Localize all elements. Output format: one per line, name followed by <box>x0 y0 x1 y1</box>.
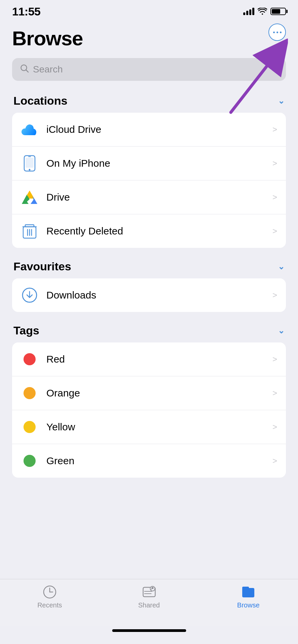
search-placeholder: Search <box>33 64 63 75</box>
downloads-label: Downloads <box>46 289 272 301</box>
downloads-chevron-icon: > <box>272 290 277 300</box>
status-bar: 11:55 <box>0 0 298 20</box>
tag-yellow-icon <box>21 418 38 436</box>
tag-green-icon <box>21 452 38 470</box>
browse-icon <box>239 585 257 599</box>
google-drive-icon <box>21 189 38 206</box>
phone-frame: 11:55 <box>0 0 298 644</box>
recently-deleted-chevron-icon: > <box>272 226 277 236</box>
tab-browse[interactable]: Browse <box>199 585 298 609</box>
svg-rect-28 <box>242 588 254 597</box>
tag-red-label: Red <box>46 354 272 365</box>
more-dots-icon <box>273 32 282 33</box>
recently-deleted-icon <box>21 222 38 240</box>
header: Browse <box>0 20 298 50</box>
svg-rect-29 <box>242 587 249 589</box>
icloud-drive-label: iCloud Drive <box>46 124 272 135</box>
page-title: Browse <box>12 27 286 50</box>
main-content: Locations ⌄ <box>0 94 298 579</box>
icloud-drive-icon <box>21 121 38 138</box>
more-button[interactable] <box>268 23 286 41</box>
locations-list: iCloud Drive > On My iPhone > <box>12 113 286 248</box>
recently-deleted-label: Recently Deleted <box>46 225 272 237</box>
wifi-icon <box>258 8 267 15</box>
list-item[interactable]: On My iPhone > <box>12 147 286 180</box>
tab-recents[interactable]: Recents <box>0 585 99 609</box>
tags-section: Tags ⌄ Red > Orange > <box>12 324 286 478</box>
tags-list: Red > Orange > Yellow > <box>12 342 286 478</box>
list-item[interactable]: Red > <box>12 342 286 376</box>
favourites-list: Downloads > <box>12 278 286 312</box>
tag-red-chevron-icon: > <box>272 355 277 364</box>
list-item[interactable]: Downloads > <box>12 278 286 312</box>
signal-icon <box>243 8 254 15</box>
favourites-header: Favourites ⌄ <box>12 260 286 273</box>
list-item[interactable]: Yellow > <box>12 410 286 444</box>
home-indicator <box>112 629 186 632</box>
icloud-drive-chevron-icon: > <box>272 125 277 134</box>
search-bar[interactable]: Search <box>12 58 286 81</box>
on-my-iphone-icon <box>21 155 38 172</box>
tag-orange-icon <box>21 384 38 402</box>
tag-green-chevron-icon: > <box>272 456 277 466</box>
svg-line-2 <box>26 70 29 72</box>
tags-title: Tags <box>13 324 39 337</box>
tag-orange-chevron-icon: > <box>272 388 277 398</box>
locations-section: Locations ⌄ <box>12 94 286 248</box>
favourites-chevron-icon[interactable]: ⌄ <box>278 262 285 271</box>
list-item[interactable]: Drive > <box>12 180 286 214</box>
tag-orange-label: Orange <box>46 387 272 399</box>
battery-icon <box>270 8 286 15</box>
browse-tab-label: Browse <box>237 601 260 609</box>
favourites-section: Favourites ⌄ Downloads > <box>12 260 286 312</box>
svg-rect-4 <box>26 158 34 168</box>
search-icon <box>20 64 29 75</box>
on-my-iphone-chevron-icon: > <box>272 159 277 168</box>
shared-icon <box>140 585 158 599</box>
tags-chevron-icon[interactable]: ⌄ <box>278 326 285 335</box>
list-item[interactable]: Orange > <box>12 376 286 410</box>
tab-bar: Recents Shared <box>0 579 298 626</box>
svg-rect-6 <box>28 156 31 157</box>
locations-header: Locations ⌄ <box>12 94 286 107</box>
drive-label: Drive <box>46 192 272 203</box>
favourites-title: Favourites <box>13 260 71 273</box>
recents-tab-label: Recents <box>37 601 62 609</box>
status-time: 11:55 <box>12 5 40 18</box>
list-item[interactable]: Recently Deleted > <box>12 214 286 248</box>
tags-header: Tags ⌄ <box>12 324 286 337</box>
tag-green-label: Green <box>46 455 272 467</box>
locations-title: Locations <box>13 94 68 107</box>
tag-yellow-chevron-icon: > <box>272 422 277 432</box>
svg-point-5 <box>29 169 31 171</box>
locations-chevron-icon[interactable]: ⌄ <box>278 96 285 106</box>
shared-tab-label: Shared <box>138 601 160 609</box>
downloads-icon <box>21 286 38 304</box>
on-my-iphone-label: On My iPhone <box>46 158 272 169</box>
tab-shared[interactable]: Shared <box>99 585 199 609</box>
recents-icon <box>41 585 59 599</box>
list-item[interactable]: iCloud Drive > <box>12 113 286 147</box>
tag-red-icon <box>21 351 38 368</box>
status-icons <box>243 8 286 15</box>
drive-chevron-icon: > <box>272 193 277 202</box>
tag-yellow-label: Yellow <box>46 421 272 433</box>
list-item[interactable]: Green > <box>12 444 286 478</box>
